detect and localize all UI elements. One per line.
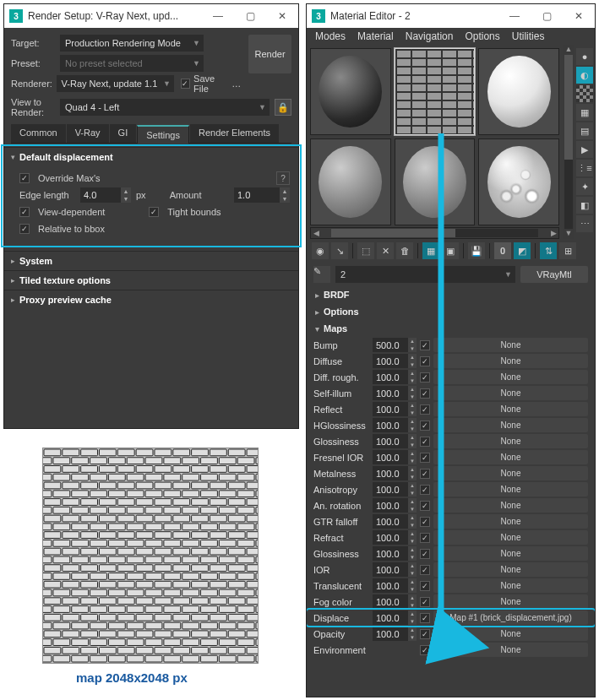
sample-uv-icon[interactable]: ▦: [576, 104, 593, 121]
map-enable-checkbox[interactable]: ✓: [420, 629, 430, 639]
tab-v-ray[interactable]: V-Ray: [67, 124, 109, 143]
map-enable-checkbox[interactable]: ✓: [420, 597, 430, 607]
tab-gi[interactable]: GI: [110, 124, 137, 143]
map-enable-checkbox[interactable]: ✓: [420, 517, 430, 527]
help-button[interactable]: ?: [276, 171, 290, 185]
save-file-checkbox[interactable]: ✓: [181, 79, 190, 89]
go-parent-icon[interactable]: 0: [494, 242, 511, 259]
map-amount-spinner[interactable]: 100.0▲▼: [373, 482, 417, 497]
tab-render-elements[interactable]: Render Elements: [190, 124, 279, 143]
map-amount-spinner[interactable]: 500.0▲▼: [373, 338, 417, 352]
tight-bounds-checkbox[interactable]: ✓: [149, 207, 159, 217]
minimize-button[interactable]: —: [202, 4, 234, 28]
vertical-scrollbar[interactable]: ▲▼: [563, 45, 574, 239]
more-icon[interactable]: ⋯: [576, 215, 593, 232]
map-slot-button[interactable]: None: [433, 514, 588, 529]
video-color-check-icon[interactable]: ▤: [576, 122, 593, 139]
pick-material-icon[interactable]: ⇅: [540, 242, 557, 259]
map-enable-checkbox[interactable]: ✓: [420, 549, 430, 559]
map-enable-checkbox[interactable]: ✓: [420, 437, 430, 447]
view-dependent-checkbox[interactable]: ✓: [19, 207, 30, 217]
map-enable-checkbox[interactable]: ✓: [420, 645, 430, 655]
map-amount-spinner[interactable]: 100.0▲▼: [373, 514, 417, 529]
map-enable-checkbox[interactable]: ✓: [420, 356, 430, 366]
show-end-result-icon[interactable]: ▣: [442, 242, 459, 259]
system-toggle[interactable]: ▸ System: [4, 252, 298, 270]
select-by-material-icon[interactable]: ✦: [576, 178, 593, 195]
backlight-icon[interactable]: ◐: [576, 67, 593, 84]
map-amount-spinner[interactable]: 100.0▲▼: [373, 434, 417, 448]
options-icon[interactable]: ⋮≡: [576, 160, 593, 176]
menu-navigation[interactable]: Navigation: [406, 30, 454, 42]
eyedropper-icon[interactable]: ✎: [313, 266, 330, 283]
map-slot-button[interactable]: None: [433, 643, 588, 657]
map-enable-checkbox[interactable]: ✓: [420, 565, 430, 575]
render-button[interactable]: Render: [248, 35, 291, 73]
map-slot-button[interactable]: None: [433, 498, 588, 513]
reset-map-icon[interactable]: ✕: [377, 242, 394, 259]
map-amount-spinner[interactable]: 100.0▲▼: [373, 530, 417, 545]
menu-material[interactable]: Material: [357, 30, 394, 42]
maximize-button[interactable]: ▢: [234, 4, 266, 28]
map-slot-button[interactable]: None: [433, 562, 588, 577]
tab-common[interactable]: Common: [11, 124, 66, 143]
map-enable-checkbox[interactable]: ✓: [420, 469, 430, 479]
map-amount-spinner[interactable]: 100.0▲▼: [373, 546, 417, 561]
background-checker-icon[interactable]: [576, 85, 593, 102]
map-slot-button[interactable]: None: [433, 578, 588, 593]
map-enable-checkbox[interactable]: ✓: [420, 581, 430, 591]
map-slot-button[interactable]: None: [433, 482, 588, 497]
minimize-button[interactable]: —: [498, 4, 531, 28]
save-file-browse-button[interactable]: …: [229, 75, 243, 92]
close-button[interactable]: ✕: [563, 4, 595, 28]
map-slot-button[interactable]: None: [433, 546, 588, 561]
map-slot-button[interactable]: None: [433, 402, 588, 416]
map-amount-spinner[interactable]: 100.0▲▼: [373, 610, 417, 625]
material-map-navigator-icon[interactable]: ◧: [576, 197, 593, 214]
default-displacement-toggle[interactable]: ▾ Default displacement: [4, 148, 298, 166]
preset-dropdown[interactable]: No preset selected ▼: [60, 55, 204, 72]
map-enable-checkbox[interactable]: ✓: [420, 453, 430, 463]
override-max-checkbox[interactable]: ✓: [19, 173, 30, 183]
map-slot-button[interactable]: None: [433, 627, 588, 641]
map-enable-checkbox[interactable]: ✓: [420, 421, 430, 431]
put-material-icon[interactable]: ↘: [331, 242, 348, 259]
map-slot-button[interactable]: None: [433, 418, 588, 432]
map-slot-button[interactable]: None: [433, 434, 588, 448]
map-slot-button[interactable]: None: [433, 338, 588, 352]
close-button[interactable]: ✕: [266, 4, 298, 28]
tab-settings[interactable]: Settings: [137, 125, 189, 144]
delete-icon[interactable]: 🗑: [396, 242, 413, 259]
sample-type-icon[interactable]: ●: [576, 48, 593, 65]
material-slot-2[interactable]: [395, 48, 476, 135]
map-enable-checkbox[interactable]: ✓: [420, 340, 430, 350]
map-enable-checkbox[interactable]: ✓: [420, 388, 430, 399]
map-enable-checkbox[interactable]: ✓: [420, 372, 430, 383]
edge-length-spinner[interactable]: 4.0 ▲▼: [80, 187, 131, 203]
map-slot-button[interactable]: None: [433, 354, 588, 368]
brdf-rollout-header[interactable]: ▸ BRDF: [307, 286, 595, 303]
material-slot-5[interactable]: [395, 138, 476, 225]
go-forward-icon[interactable]: ◩: [514, 242, 531, 259]
maps-rollout-header[interactable]: ▾ Maps: [307, 320, 595, 337]
material-slot-1[interactable]: [310, 48, 391, 135]
amount-spinner[interactable]: 1.0 ▲▼: [234, 187, 290, 203]
menu-options[interactable]: Options: [465, 30, 499, 42]
menu-utilities[interactable]: Utilities: [512, 30, 545, 42]
map-slot-button[interactable]: None: [433, 370, 588, 384]
menu-modes[interactable]: Modes: [315, 30, 346, 42]
material-type-button[interactable]: VRayMtl: [520, 266, 588, 283]
map-amount-spinner[interactable]: 100.0▲▼: [373, 578, 417, 593]
map-slot-button[interactable]: None: [433, 530, 588, 545]
tiled-tex-toggle[interactable]: ▸ Tiled texture options: [4, 271, 298, 290]
map-amount-spinner[interactable]: 100.0▲▼: [373, 354, 417, 368]
map-amount-spinner[interactable]: 100.0▲▼: [373, 450, 417, 464]
map-slot-button[interactable]: None: [433, 450, 588, 464]
map-slot-button[interactable]: Map #1 (brick_displacement.jpg): [433, 610, 588, 625]
map-amount-spinner[interactable]: 100.0▲▼: [373, 386, 417, 400]
map-amount-spinner[interactable]: 100.0▲▼: [373, 594, 417, 609]
map-amount-spinner[interactable]: 100.0▲▼: [373, 402, 417, 416]
renderer-dropdown[interactable]: V-Ray Next, update 1.1 ▼: [57, 75, 174, 92]
options-rollout-header[interactable]: ▸ Options: [307, 303, 595, 320]
horizontal-scrollbar[interactable]: ◀▶: [310, 227, 559, 239]
